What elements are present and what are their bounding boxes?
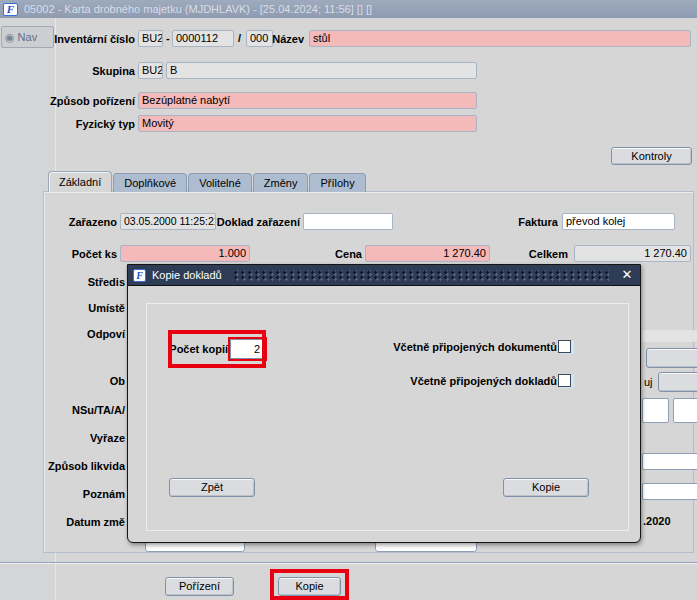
kopie-dialog-button[interactable]: Kopie <box>503 478 589 497</box>
tab-strip: Základní Doplňkové Volitelné Změny Přílo… <box>48 171 367 192</box>
inv-sub-field[interactable]: 000 <box>246 30 273 47</box>
window-titlebar: F 05002 - Karta drobného majetku (MJDHLA… <box>0 0 697 18</box>
stredisko-label: Středis <box>0 275 125 289</box>
celkem-label: Celkem <box>518 246 568 262</box>
close-icon[interactable]: ✕ <box>619 267 635 283</box>
tab-volitelne[interactable]: Volitelné <box>188 173 252 192</box>
tab-zmeny[interactable]: Změny <box>253 173 309 192</box>
dialog-titlebar: F Kopie dokladů ✕ <box>128 265 640 286</box>
zarazeno-label: Zařazeno <box>47 214 117 230</box>
partial-field-a[interactable] <box>642 398 669 423</box>
pocet-ks-field[interactable]: 1.000 <box>120 245 250 262</box>
objekt-label: Ob <box>0 374 125 388</box>
cena-label: Cena <box>312 246 362 262</box>
window-title: 05002 - Karta drobného majetku (MJDHLAVK… <box>24 3 372 15</box>
partial-field-b[interactable] <box>673 398 697 423</box>
app-logo-icon: F <box>3 3 18 16</box>
dialog-title: Kopie dokladů <box>152 269 222 281</box>
radio-icon: ◉ <box>5 31 15 44</box>
pocet-ks-label: Počet ks <box>57 246 117 262</box>
tab-zakladni[interactable]: Základní <box>48 171 112 192</box>
footer-divider <box>0 562 697 564</box>
nazev-label: Název <box>270 31 304 47</box>
odpovednost-label: Odpoví <box>0 327 125 341</box>
faktura-label: Faktura <box>508 214 558 230</box>
nav-label: Nav <box>18 31 38 43</box>
partial-field-c[interactable] <box>642 453 697 470</box>
kopie-footer-button[interactable]: Kopie <box>278 577 341 596</box>
doklad-zarazeni-field[interactable] <box>303 213 393 230</box>
application-window: F 05002 - Karta drobného majetku (MJDHLA… <box>0 0 697 600</box>
fyzicky-typ-field[interactable]: Movitý <box>138 115 477 132</box>
porizeni-button[interactable]: Pořízení <box>165 577 234 596</box>
partial-button-top[interactable] <box>646 348 697 368</box>
inv-code-field[interactable]: BU2 <box>138 30 163 47</box>
titlebar-texture <box>232 270 609 281</box>
partial-button-text: uj <box>644 376 653 388</box>
zpusob-likvidace-label: Způsob likvida <box>0 459 125 473</box>
datum-zmeny-label: Datum změ <box>0 515 125 529</box>
inv-slash-separator: / <box>238 32 241 44</box>
inv-number-field[interactable]: 0000112 <box>172 30 234 47</box>
date-fragment-text: .2020 <box>643 515 671 527</box>
inventarni-cislo-label: Inventární číslo <box>40 31 135 47</box>
poznamka-label: Poznám <box>0 487 125 501</box>
faktura-field[interactable]: převod kolej <box>562 213 675 230</box>
dialog-logo-icon: F <box>133 269 146 282</box>
skupina-label: Skupina <box>60 63 135 79</box>
pocet-kopii-input[interactable] <box>230 339 265 359</box>
inv-dash-separator: - <box>166 32 170 44</box>
partial-field-d[interactable] <box>642 483 697 500</box>
zpet-button[interactable]: Zpět <box>169 478 255 497</box>
vcetne-dokladu-checkbox[interactable] <box>558 374 571 387</box>
tab-doplnkove[interactable]: Doplňkové <box>113 173 187 192</box>
vcetne-dokladu-label: Včetně připojených dokladů <box>357 372 557 388</box>
skupina-value-field[interactable]: B <box>166 62 477 79</box>
row-fragment <box>642 330 697 342</box>
pocet-kopii-label: Počet kopií <box>158 340 228 356</box>
cena-field[interactable]: 1 270.40 <box>365 245 490 262</box>
vcetne-dokumentu-checkbox[interactable] <box>558 340 571 353</box>
zpusob-porizeni-field[interactable]: Bezúplatné nabytí <box>138 92 477 109</box>
fyzicky-typ-label: Fyzický typ <box>55 116 135 132</box>
celkem-field[interactable]: 1 270.40 <box>574 245 691 262</box>
nazev-field[interactable]: stůl <box>309 30 691 47</box>
partial-button-bottom[interactable] <box>658 372 697 392</box>
vcetne-dokumentu-label: Včetně připojených dokumentů <box>357 338 557 354</box>
tab-prilohy[interactable]: Přílohy <box>309 173 365 192</box>
nsu-ta-a-label: NSu/TA/A/ <box>0 403 125 417</box>
zpusob-porizeni-label: Způsob pořízení <box>30 93 135 109</box>
umisteni-label: Umístě <box>0 301 125 315</box>
doklad-zarazeni-label: Doklad zařazení <box>200 214 300 230</box>
vyrazeni-label: Vyřaze <box>0 431 125 445</box>
skupina-code-field[interactable]: BU2 <box>138 62 163 79</box>
kopie-dokladu-dialog: F Kopie dokladů ✕ Počet kopií Včetně při… <box>127 264 641 543</box>
kontroly-button[interactable]: Kontroly <box>611 147 692 165</box>
